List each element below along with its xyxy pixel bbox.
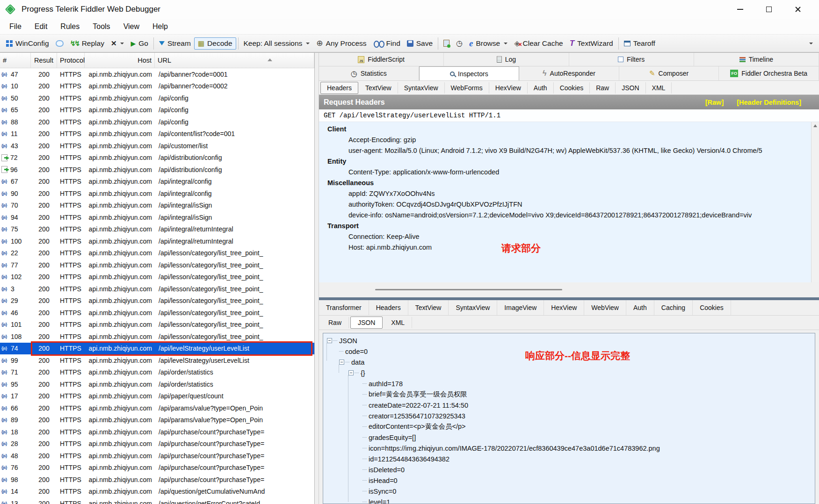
request-inspector-tab[interactable]: Headers — [320, 82, 358, 94]
session-row[interactable]: 98 200 HTTPS api.nmb.zhiqiyun.com /api/p… — [0, 474, 314, 486]
winconfig-button[interactable]: WinConfig — [3, 38, 52, 49]
menu-item[interactable]: File — [3, 21, 28, 33]
session-row[interactable]: 100 200 HTTPS api.nmb.zhiqiyun.com /api/… — [0, 235, 314, 247]
splitter-grip[interactable] — [375, 289, 562, 290]
menu-item[interactable]: Edit — [28, 21, 54, 33]
timer-button[interactable]: ◷ — [453, 37, 466, 49]
replay-button[interactable]: ↯↯Replay — [67, 38, 108, 49]
request-inspector-tab[interactable]: SyntaxView — [398, 82, 445, 94]
session-row[interactable]: 43 200 HTTPS api.nmb.zhiqiyun.com /api/c… — [0, 140, 314, 152]
session-row[interactable]: 18 200 HTTPS api.nmb.zhiqiyun.com /api/p… — [0, 426, 314, 438]
column-header-protocol[interactable]: Protocol — [57, 53, 85, 68]
go-button[interactable]: ▶Go — [127, 38, 151, 49]
response-inspector-tab[interactable]: WebView — [584, 300, 626, 315]
session-row[interactable]: 29 200 HTTPS api.nmb.zhiqiyun.com /api/l… — [0, 295, 314, 307]
tab-composer[interactable]: ✎Composer — [619, 66, 719, 80]
session-row[interactable]: 71 200 HTTPS api.nmb.zhiqiyun.com /api/o… — [0, 367, 314, 379]
tab-statistics[interactable]: ◷Statistics — [319, 66, 419, 80]
response-inspector-tab[interactable]: Transformer — [319, 300, 369, 315]
request-scrollbar[interactable] — [811, 122, 819, 282]
request-inspector-tab[interactable]: XML — [646, 82, 672, 94]
session-row[interactable]: 10 200 HTTPS api.nmb.zhiqiyun.com /api/b… — [0, 80, 314, 93]
session-row[interactable]: 66 200 HTTPS api.nmb.zhiqiyun.com /api/p… — [0, 402, 314, 414]
tab-filters[interactable]: Filters — [569, 53, 694, 66]
session-row[interactable]: 72 200 HTTPS api.nmb.zhiqiyun.com /api/d… — [0, 152, 314, 164]
session-row[interactable]: 75 200 HTTPS api.nmb.zhiqiyun.com /api/i… — [0, 223, 314, 236]
comment-button[interactable] — [52, 39, 67, 48]
tree-collapse-box[interactable] — [327, 338, 332, 343]
tab-timeline[interactable]: Timeline — [694, 53, 819, 66]
stream-button[interactable]: Stream — [156, 38, 194, 49]
json-tree-node[interactable]: icon=https://img.zhiqiyun.com/IMAGE-178/… — [326, 443, 815, 454]
session-row[interactable]: 28 200 HTTPS api.nmb.zhiqiyun.com /api/p… — [0, 438, 314, 450]
response-inspector-tab[interactable]: TextView — [408, 300, 449, 315]
response-inspector-tab[interactable]: SyntaxView — [449, 300, 497, 315]
keep-sessions-dropdown[interactable]: Keep: All sessions — [240, 38, 313, 49]
json-tree-node[interactable]: gradesEquity=[] — [326, 432, 815, 443]
remove-sessions-button[interactable]: ✕ — [108, 38, 128, 49]
response-format-tab[interactable]: XML — [384, 317, 412, 328]
request-inspector-tab[interactable]: JSON — [616, 82, 645, 94]
session-row[interactable]: 77 200 HTTPS api.nmb.zhiqiyun.com /api/l… — [0, 259, 314, 271]
find-button[interactable]: Find — [370, 38, 404, 49]
session-row[interactable]: 3 200 HTTPS api.nmb.zhiqiyun.com /api/le… — [0, 283, 314, 295]
session-row[interactable]: 94 200 HTTPS api.nmb.zhiqiyun.com /api/i… — [0, 211, 314, 223]
tearoff-button[interactable]: Tearoff — [621, 38, 659, 49]
browse-button[interactable]: eBrowse — [466, 38, 511, 49]
response-inspector-tab[interactable]: Caching — [654, 300, 693, 315]
session-row[interactable]: 102 200 HTTPS api.nmb.zhiqiyun.com /api/… — [0, 271, 314, 283]
json-tree-node[interactable]: editorContent=<p>黄金会员</p> — [326, 421, 815, 432]
json-tree-node[interactable]: JSON — [326, 335, 815, 346]
tab-inspectors[interactable]: Inspectors — [419, 66, 520, 80]
session-row[interactable]: 89 200 HTTPS api.nmb.zhiqiyun.com /api/p… — [0, 414, 314, 426]
vertical-splitter[interactable] — [314, 53, 319, 504]
minimize-button[interactable] — [725, 0, 754, 18]
json-tree-node[interactable]: level=1 — [326, 497, 815, 504]
response-inspector-tab[interactable]: HexView — [544, 300, 584, 315]
column-header-url[interactable]: URL — [155, 53, 314, 68]
tab-autoresponder[interactable]: ϟAutoResponder — [519, 66, 619, 80]
header-definitions-link[interactable]: [Header Definitions] — [737, 99, 801, 106]
request-inspector-tab[interactable]: WebForms — [445, 82, 489, 94]
response-format-tab[interactable]: JSON — [350, 317, 383, 329]
menu-item[interactable]: Rules — [54, 21, 86, 33]
close-button[interactable] — [783, 0, 812, 18]
json-tree-node[interactable]: id=1212544843636494382 — [326, 454, 815, 464]
tab-fiddlerscript[interactable]: FiddlerScript — [319, 53, 444, 66]
session-row[interactable]: 13 200 HTTPS api.nmb.zhiqiyun.com /api/q… — [0, 497, 314, 504]
session-row[interactable]: 74 200 HTTPS api.nmb.zhiqiyun.com /api/l… — [0, 343, 314, 355]
toolbar-overflow-button[interactable] — [805, 41, 816, 46]
session-row[interactable]: 65 200 HTTPS api.nmb.zhiqiyun.com /api/c… — [0, 104, 314, 116]
json-tree-node[interactable]: isSync=0 — [326, 486, 815, 497]
clear-cache-button[interactable]: ◈Clear Cache — [511, 38, 566, 49]
request-inspector-tab[interactable]: TextView — [359, 82, 398, 94]
response-inspector-tab[interactable]: Headers — [369, 300, 408, 315]
session-row[interactable]: 14 200 HTTPS api.nmb.zhiqiyun.com /api/q… — [0, 486, 314, 498]
session-row[interactable]: 46 200 HTTPS api.nmb.zhiqiyun.com /api/l… — [0, 307, 314, 319]
json-tree-node[interactable]: createDate=2022-07-21 11:54:50 — [326, 400, 815, 410]
response-inspector-tab[interactable]: Auth — [626, 300, 654, 315]
tree-collapse-box[interactable] — [339, 360, 344, 365]
column-header-result[interactable]: Result — [31, 53, 57, 68]
chevron-up-icon[interactable] — [268, 58, 272, 61]
session-row[interactable]: 99 200 HTTPS api.nmb.zhiqiyun.com /api/l… — [0, 354, 314, 367]
maximize-button[interactable] — [754, 0, 783, 18]
screenshot-button[interactable] — [440, 38, 453, 48]
session-row[interactable]: 88 200 HTTPS api.nmb.zhiqiyun.com /api/c… — [0, 116, 314, 128]
textwizard-button[interactable]: TTextWizard — [566, 38, 616, 49]
decode-button[interactable]: ▦Decode — [194, 37, 236, 50]
session-row[interactable]: 22 200 HTTPS api.nmb.zhiqiyun.com /api/l… — [0, 247, 314, 259]
session-row[interactable]: 70 200 HTTPS api.nmb.zhiqiyun.com /api/i… — [0, 200, 314, 212]
session-row[interactable]: 101 200 HTTPS api.nmb.zhiqiyun.com /api/… — [0, 319, 314, 331]
response-inspector-tab[interactable]: Cookies — [693, 300, 731, 315]
tab-log[interactable]: Log — [444, 53, 569, 66]
request-inspector-tab[interactable]: Cookies — [554, 82, 590, 94]
session-row[interactable]: 96 200 HTTPS api.nmb.zhiqiyun.com /api/d… — [0, 164, 314, 176]
session-row[interactable]: 11 200 HTTPS api.nmb.zhiqiyun.com /api/c… — [0, 128, 314, 140]
menu-item[interactable]: View — [117, 21, 146, 33]
json-tree-node[interactable]: {} — [326, 367, 815, 378]
request-inspector-tab[interactable]: Raw — [590, 82, 616, 94]
save-button[interactable]: Save — [404, 38, 436, 49]
session-row[interactable]: 90 200 HTTPS api.nmb.zhiqiyun.com /api/i… — [0, 187, 314, 200]
tree-collapse-box[interactable] — [348, 370, 354, 375]
